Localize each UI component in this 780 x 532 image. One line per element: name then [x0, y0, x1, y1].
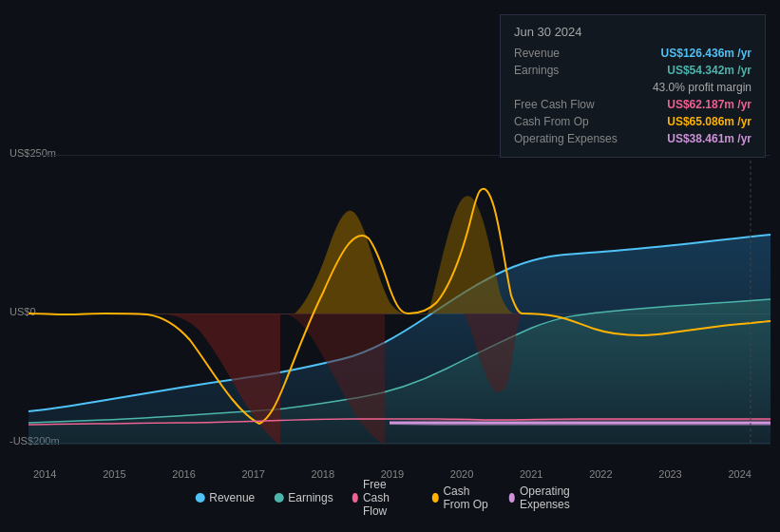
tooltip-row-opex: Operating Expenses US$38.461m /yr — [514, 130, 751, 147]
legend-label-earnings: Earnings — [288, 491, 333, 504]
tooltip-row-revenue: Revenue US$126.436m /yr — [514, 45, 751, 62]
legend-revenue[interactable]: Revenue — [195, 491, 255, 504]
legend-dot-fcf — [352, 493, 358, 503]
opex-area — [390, 423, 770, 426]
legend-cashop[interactable]: Cash From Op — [432, 484, 490, 511]
tooltip-label-fcf: Free Cash Flow — [514, 98, 609, 111]
legend-opex[interactable]: Operating Expenses — [509, 484, 585, 511]
tooltip-label-cashop: Cash From Op — [514, 115, 609, 128]
cashop-pos-peak-1 — [295, 211, 404, 314]
tooltip-value-cashop: US$65.086m /yr — [667, 115, 751, 128]
tooltip-card: Jun 30 2024 Revenue US$126.436m /yr Earn… — [500, 14, 766, 158]
legend-label-revenue: Revenue — [209, 491, 255, 504]
tooltip-value-margin: 43.0% profit margin — [653, 81, 751, 94]
tooltip-row-fcf: Free Cash Flow US$62.187m /yr — [514, 96, 751, 113]
x-label-2023: 2023 — [658, 468, 681, 480]
x-label-2024: 2024 — [728, 468, 751, 480]
x-label-2015: 2015 — [103, 468, 125, 480]
cashop-pos-peak-2 — [428, 196, 513, 314]
tooltip-label-opex: Operating Expenses — [514, 132, 618, 145]
tooltip-row-margin: 43.0% profit margin — [514, 79, 751, 96]
legend-dot-cashop — [432, 493, 438, 503]
tooltip-value-opex: US$38.461m /yr — [667, 132, 751, 145]
tooltip-value-revenue: US$126.436m /yr — [661, 47, 751, 60]
x-label-2016: 2016 — [172, 468, 195, 480]
tooltip-label-revenue: Revenue — [514, 47, 609, 60]
legend-dot-earnings — [274, 493, 283, 503]
chart-container: Jun 30 2024 Revenue US$126.436m /yr Earn… — [0, 0, 780, 532]
legend-fcf[interactable]: Free Cash Flow — [352, 478, 413, 518]
legend-dot-opex — [509, 493, 515, 503]
legend-label-cashop: Cash From Op — [443, 484, 489, 511]
legend-label-fcf: Free Cash Flow — [363, 478, 413, 518]
x-label-2014: 2014 — [33, 468, 56, 480]
tooltip-row-earnings: Earnings US$54.342m /yr — [514, 62, 751, 79]
tooltip-label-earnings: Earnings — [514, 64, 609, 77]
tooltip-row-cashop: Cash From Op US$65.086m /yr — [514, 113, 751, 130]
chart-legend: Revenue Earnings Free Cash Flow Cash Fro… — [195, 478, 585, 518]
tooltip-value-earnings: US$54.342m /yr — [667, 64, 751, 77]
tooltip-date: Jun 30 2024 — [514, 25, 751, 39]
legend-dot-revenue — [195, 493, 204, 503]
legend-earnings[interactable]: Earnings — [274, 491, 333, 504]
legend-label-opex: Operating Expenses — [520, 484, 585, 511]
x-label-2022: 2022 — [589, 468, 612, 480]
chart-svg — [29, 155, 770, 445]
tooltip-value-fcf: US$62.187m /yr — [667, 98, 751, 111]
